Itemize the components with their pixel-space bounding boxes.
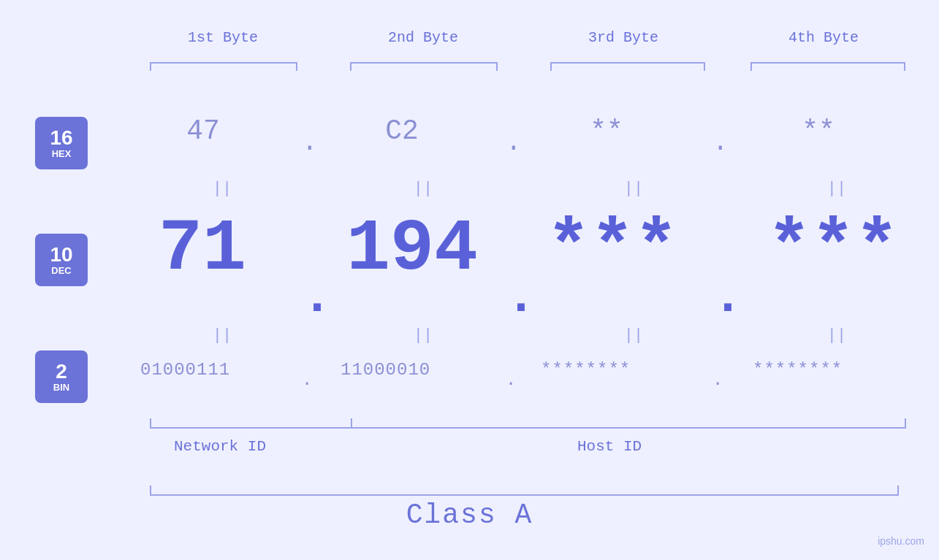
network-id-label: Network ID (174, 438, 266, 455)
bracket-full-left (150, 486, 151, 496)
bin-value-4: ******** (753, 360, 843, 380)
bracket-network-left (150, 418, 151, 429)
hex-value-4: ** (789, 115, 848, 147)
dec-value-3: *** (547, 208, 678, 291)
col-header-1: 1st Byte (146, 29, 300, 46)
dec-value-2: 194 (346, 208, 478, 291)
bracket-full (150, 494, 897, 496)
badge-bin-label: BIN (53, 382, 69, 393)
hex-value-1: 47 (174, 115, 232, 147)
equal-hex-dec-1: || (211, 180, 233, 198)
dot-hex-2: . (506, 128, 522, 158)
dot-dec-2: . (506, 269, 536, 326)
dec-value-1: 71 (159, 208, 246, 291)
badge-hex-label: HEX (52, 148, 72, 159)
bracket-tick-tl-3 (550, 62, 552, 71)
equal-dec-bin-1: || (211, 326, 233, 345)
host-id-label: Host ID (577, 438, 642, 455)
dot-bin-1: . (302, 370, 312, 390)
col-header-2: 2nd Byte (346, 29, 500, 46)
bracket-top-1 (150, 62, 296, 64)
dot-dec-1: . (302, 269, 332, 326)
bracket-host-right (905, 418, 906, 429)
bracket-top-4 (750, 62, 904, 64)
badge-dec-label: DEC (51, 265, 71, 276)
badge-hex-number: 16 (50, 128, 72, 148)
badge-bin: 2 BIN (35, 350, 88, 403)
bracket-host-top (350, 427, 905, 429)
bracket-tick-tr-1 (296, 62, 297, 71)
bracket-tick-tl-2 (350, 62, 351, 71)
col-header-3: 3rd Byte (547, 29, 700, 46)
bin-value-2: 11000010 (341, 360, 430, 380)
dot-hex-3: . (712, 128, 729, 158)
dec-value-4: *** (767, 208, 899, 291)
hex-value-3: ** (577, 115, 636, 147)
dot-dec-3: . (712, 269, 743, 326)
badge-bin-number: 2 (56, 361, 67, 382)
dot-hex-1: . (302, 128, 318, 158)
equal-hex-dec-2: || (412, 180, 434, 198)
main-container: 16 HEX 10 DEC 2 BIN 1st Byte 2nd Byte 3r… (0, 0, 939, 560)
equal-dec-bin-3: || (623, 326, 645, 345)
watermark: ipshu.com (878, 535, 924, 547)
equal-dec-bin-4: || (826, 326, 848, 345)
equal-hex-dec-4: || (826, 180, 848, 198)
col-header-4: 4th Byte (747, 29, 900, 46)
hex-value-2: C2 (373, 115, 431, 147)
bracket-top-2 (350, 62, 496, 64)
bracket-tick-tr-2 (496, 62, 498, 71)
bin-value-1: 01000111 (140, 360, 230, 380)
dot-bin-2: . (506, 370, 516, 390)
dot-bin-3: . (712, 370, 723, 390)
bin-value-3: ******** (541, 360, 631, 380)
bracket-tick-tl-4 (750, 62, 752, 71)
bracket-network-top (150, 427, 351, 429)
badge-dec-number: 10 (50, 245, 72, 265)
badge-dec: 10 DEC (35, 234, 88, 286)
bracket-tick-tr-3 (704, 62, 705, 71)
equal-dec-bin-2: || (412, 326, 434, 345)
bracket-top-3 (550, 62, 704, 64)
bracket-tick-tl-1 (150, 62, 151, 71)
class-label: Class A (406, 499, 533, 531)
bracket-full-right (897, 486, 899, 496)
bracket-tick-tr-4 (904, 62, 905, 71)
equal-hex-dec-3: || (623, 180, 645, 198)
badge-hex: 16 HEX (35, 117, 88, 169)
